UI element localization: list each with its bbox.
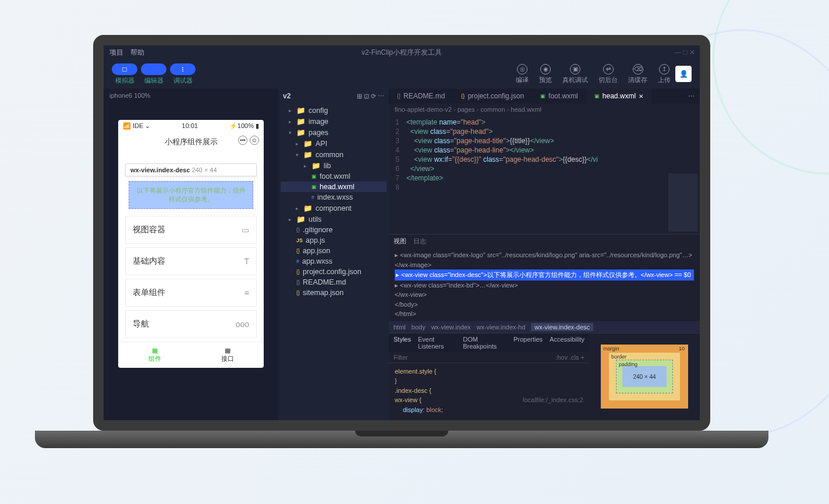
tree-utils[interactable]: ▸📁utils bbox=[281, 214, 387, 225]
tree-app.js[interactable]: JSapp.js bbox=[281, 235, 387, 246]
user-avatar[interactable]: 👤 bbox=[675, 66, 692, 82]
editor-panel: {}README.md{}project.config.json▣foot.wx… bbox=[389, 88, 700, 420]
minimap[interactable] bbox=[668, 173, 697, 232]
menubar: 项目 帮助 v2-FinClip小程序开发工具 — □ ✕ bbox=[104, 45, 700, 59]
sim-item-导航[interactable]: 导航ooo bbox=[125, 310, 257, 338]
action-编译[interactable]: ◎编译 bbox=[516, 64, 529, 84]
phone-statusbar: 📶 IDE ⌄ 10:01 ⚡100% ▮ bbox=[118, 120, 264, 132]
file-explorer: v2 ⊞ ⊡ ⟳ ⋯ ▸📁config▸📁image▾📁pages▸📁API▾📁… bbox=[278, 88, 389, 420]
menu-help[interactable]: 帮助 bbox=[130, 48, 144, 58]
window-controls[interactable]: — □ ✕ bbox=[674, 48, 695, 56]
tree-README.md[interactable]: {}README.md bbox=[281, 277, 387, 288]
action-真机调试[interactable]: ▣真机调试 bbox=[562, 64, 588, 84]
tab-foot.wxml[interactable]: ▣foot.wxml bbox=[532, 88, 586, 104]
tree-config[interactable]: ▸📁config bbox=[281, 105, 387, 116]
ide-app: 项目 帮助 v2-FinClip小程序开发工具 — □ ✕ □模拟器编辑器⫶调试… bbox=[104, 45, 700, 420]
code-editor[interactable]: 1<template name="head">2 <view class="pa… bbox=[389, 115, 700, 234]
sim-item-表单组件[interactable]: 表单组件≡ bbox=[125, 279, 257, 307]
explorer-actions[interactable]: ⊞ ⊡ ⟳ ⋯ bbox=[357, 93, 384, 100]
target-icon[interactable]: ⊙ bbox=[250, 136, 259, 145]
sim-item-基础内容[interactable]: 基础内容T bbox=[125, 247, 257, 275]
tree-foot.wxml[interactable]: ▣foot.wxml bbox=[281, 171, 387, 182]
styles-panel: StylesEvent ListenersDOM BreakpointsProp… bbox=[389, 333, 589, 421]
phone-tab-组件[interactable]: ▦组件 bbox=[118, 342, 191, 368]
breadcrumb[interactable]: fino-applet-demo-v2pagescommonhead.wxml bbox=[389, 104, 700, 115]
css-rules[interactable]: element.style {}.index-desc {</span></di… bbox=[389, 363, 589, 418]
box-model: margin 10 border padding 240 × 44 bbox=[589, 333, 700, 421]
action-清缓存[interactable]: ⌫清缓存 bbox=[628, 64, 647, 84]
tab-project.config.json[interactable]: {}project.config.json bbox=[453, 88, 532, 104]
tree-index.wxss[interactable]: #index.wxss bbox=[281, 192, 387, 203]
phone-tab-接口[interactable]: ▦接口 bbox=[191, 342, 264, 368]
tabs-more[interactable]: ⋯ bbox=[683, 92, 700, 100]
element-breadcrumb[interactable]: htmlbodywx-view.indexwx-view.index-hdwx-… bbox=[389, 321, 700, 333]
tree-lib[interactable]: ▸📁lib bbox=[281, 160, 387, 171]
action-切后台[interactable]: ⇄切后台 bbox=[598, 64, 618, 84]
laptop-frame: 项目 帮助 v2-FinClip小程序开发工具 — □ ✕ □模拟器编辑器⫶调试… bbox=[93, 35, 710, 454]
phone-simulator[interactable]: 📶 IDE ⌄ 10:01 ⚡100% ▮ 小程序组件展示 •••⊙ wx-vi… bbox=[118, 120, 264, 368]
styles-filter[interactable]: Filter :hov .cls + bbox=[389, 352, 589, 363]
styles-tabs[interactable]: StylesEvent ListenersDOM BreakpointsProp… bbox=[389, 333, 589, 352]
toolbar-编辑器[interactable]: 编辑器 bbox=[141, 63, 166, 85]
menu-project[interactable]: 项目 bbox=[109, 48, 123, 58]
toolbar-模拟器[interactable]: □模拟器 bbox=[112, 63, 137, 85]
tree-.gitignore[interactable]: {}.gitignore bbox=[281, 225, 387, 235]
sim-item-视图容器[interactable]: 视图容器▭ bbox=[125, 216, 257, 244]
action-上传[interactable]: ↥上传 bbox=[658, 64, 671, 84]
close-icon: ✕ bbox=[639, 93, 643, 100]
inspect-tooltip: wx-view.index-desc 240 × 44 bbox=[125, 164, 257, 176]
tree-common[interactable]: ▾📁common bbox=[281, 149, 387, 160]
simulator-header: iphone6 100% bbox=[104, 88, 278, 102]
highlighted-element[interactable]: 以下将展示小程序官方组件能力，组件样式仅供参考。 bbox=[129, 181, 253, 209]
tree-project.config.json[interactable]: {}project.config.json bbox=[281, 267, 387, 277]
phone-title: 小程序组件展示 •••⊙ bbox=[118, 132, 264, 152]
tree-sitemap.json[interactable]: {}sitemap.json bbox=[281, 288, 387, 298]
tab-README.md[interactable]: {}README.md bbox=[389, 88, 453, 104]
tree-image[interactable]: ▸📁image bbox=[281, 116, 387, 127]
devtools-tabs[interactable]: 视图 日志 bbox=[389, 235, 700, 248]
tree-pages[interactable]: ▾📁pages bbox=[281, 127, 387, 138]
tree-API[interactable]: ▸📁API bbox=[281, 138, 387, 149]
tree-app.json[interactable]: {}app.json bbox=[281, 246, 387, 256]
simulator-panel: iphone6 100% 📶 IDE ⌄ 10:01 ⚡100% ▮ 小程序组件… bbox=[104, 88, 278, 420]
tree-component[interactable]: ▸📁component bbox=[281, 203, 387, 214]
devtools: 视图 日志 ▸ <wx-image class="index-logo" src… bbox=[389, 234, 700, 420]
more-icon[interactable]: ••• bbox=[238, 136, 247, 145]
tab-head.wxml[interactable]: ▣head.wxml✕ bbox=[586, 88, 651, 104]
window-title: v2-FinClip小程序开发工具 bbox=[362, 48, 442, 58]
explorer-header: v2 ⊞ ⊡ ⟳ ⋯ bbox=[278, 88, 389, 104]
tree-app.wxss[interactable]: #app.wxss bbox=[281, 256, 387, 267]
tree-head.wxml[interactable]: ▣head.wxml bbox=[281, 182, 387, 192]
toolbar-调试器[interactable]: ⫶调试器 bbox=[170, 63, 196, 85]
action-预览[interactable]: ◉预览 bbox=[539, 64, 552, 84]
toolbar: □模拟器编辑器⫶调试器 ◎编译◉预览▣真机调试⇄切后台⌫清缓存↥上传 👤 bbox=[104, 59, 700, 88]
dom-tree[interactable]: ▸ <wx-image class="index-logo" src="../r… bbox=[389, 248, 700, 321]
